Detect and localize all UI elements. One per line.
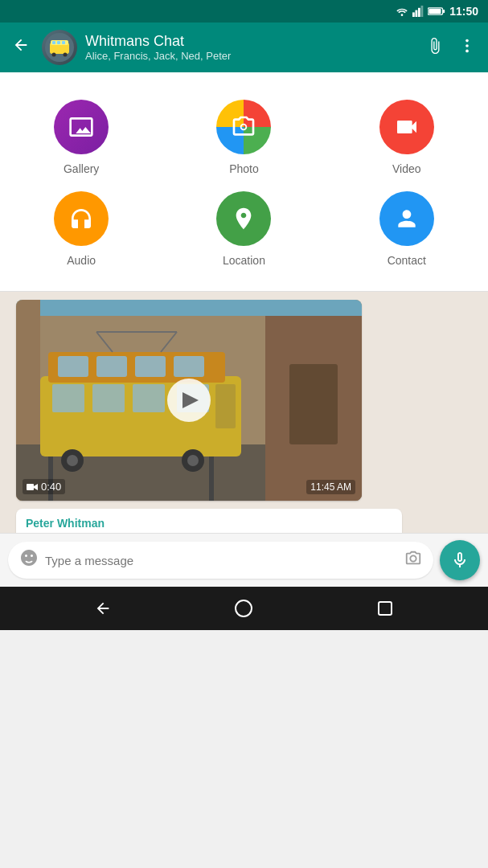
video-message-bubble[interactable]: 0:40 11:45 AM xyxy=(16,300,362,501)
chat-header: Whitmans Chat Alice, Francis, Jack, Ned,… xyxy=(0,23,488,72)
svg-rect-13 xyxy=(62,41,65,44)
time-display: 11:50 xyxy=(449,5,478,18)
svg-rect-46 xyxy=(27,484,34,490)
camera-button[interactable] xyxy=(404,550,422,571)
svg-rect-3 xyxy=(418,8,420,17)
more-options-button[interactable] xyxy=(454,33,480,63)
location-button[interactable]: Location xyxy=(162,183,325,275)
svg-point-0 xyxy=(401,14,404,16)
play-button[interactable] xyxy=(167,379,211,422)
video-button[interactable]: Video xyxy=(326,92,488,183)
paperclip-button[interactable] xyxy=(422,33,448,63)
svg-rect-7 xyxy=(429,9,441,14)
svg-rect-1 xyxy=(412,12,415,17)
nav-recents-button[interactable] xyxy=(373,596,397,620)
video-duration: 0:40 xyxy=(23,479,65,494)
video-icon-circle xyxy=(379,100,434,154)
photo-icon-circle xyxy=(216,100,271,154)
back-button[interactable] xyxy=(8,32,34,63)
svg-point-15 xyxy=(64,53,68,57)
audio-button[interactable]: Audio xyxy=(0,183,162,275)
svg-point-17 xyxy=(465,44,469,47)
gallery-label: Gallery xyxy=(64,162,99,175)
message-sender: Peter Whitman xyxy=(26,517,392,530)
photo-button[interactable]: Photo xyxy=(162,92,325,183)
gallery-icon xyxy=(54,100,109,154)
text-message-bubble: Peter Whitman Nice! I definitely feel li… xyxy=(16,509,402,533)
video-label: Video xyxy=(392,162,421,175)
home-circle-icon xyxy=(235,600,252,617)
svg-rect-4 xyxy=(421,6,424,17)
attachment-panel: Gallery Photo Video Audio xyxy=(0,72,488,292)
svg-point-14 xyxy=(52,53,56,57)
microphone-button[interactable] xyxy=(440,540,480,580)
contact-label: Contact xyxy=(388,254,426,267)
nav-home-button[interactable] xyxy=(232,596,256,620)
location-icon-circle xyxy=(216,191,271,246)
audio-icon-circle xyxy=(54,191,109,246)
chat-area: 0:40 11:45 AM Peter Whitman Nice! I defi… xyxy=(0,292,488,533)
video-thumbnail: 0:40 11:45 AM xyxy=(16,300,362,501)
contact-icon-circle xyxy=(379,191,434,246)
battery-icon xyxy=(428,6,445,16)
status-bar: 11:50 xyxy=(0,0,488,23)
svg-rect-2 xyxy=(416,10,418,17)
chat-members: Alice, Francis, Jack, Ned, Peter xyxy=(85,50,414,62)
navigation-bar xyxy=(0,587,488,630)
message-text-input[interactable] xyxy=(45,554,398,567)
svg-rect-11 xyxy=(52,41,55,44)
signal-icon xyxy=(412,6,424,17)
svg-rect-12 xyxy=(57,41,60,44)
gallery-button[interactable]: Gallery xyxy=(0,92,162,183)
svg-point-18 xyxy=(465,49,469,52)
video-meta: 0:40 11:45 AM xyxy=(23,479,355,494)
recents-square-icon xyxy=(378,601,392,616)
header-actions xyxy=(422,33,480,63)
header-info: Whitmans Chat Alice, Francis, Jack, Ned,… xyxy=(85,33,414,62)
group-avatar[interactable] xyxy=(42,30,77,65)
location-label: Location xyxy=(223,254,265,267)
svg-point-16 xyxy=(465,39,469,42)
nav-back-button[interactable] xyxy=(91,596,115,620)
chat-title: Whitmans Chat xyxy=(85,33,414,50)
play-triangle-icon xyxy=(182,392,199,408)
svg-rect-6 xyxy=(443,10,445,13)
photo-label: Photo xyxy=(229,162,259,175)
emoji-button[interactable] xyxy=(19,548,39,572)
wifi-icon xyxy=(396,6,408,17)
contact-button[interactable]: Contact xyxy=(326,183,488,275)
status-icons: 11:50 xyxy=(396,5,478,18)
video-timestamp: 11:45 AM xyxy=(306,480,355,494)
message-input-wrapper xyxy=(8,542,433,579)
audio-label: Audio xyxy=(67,254,96,267)
input-bar xyxy=(0,533,488,587)
